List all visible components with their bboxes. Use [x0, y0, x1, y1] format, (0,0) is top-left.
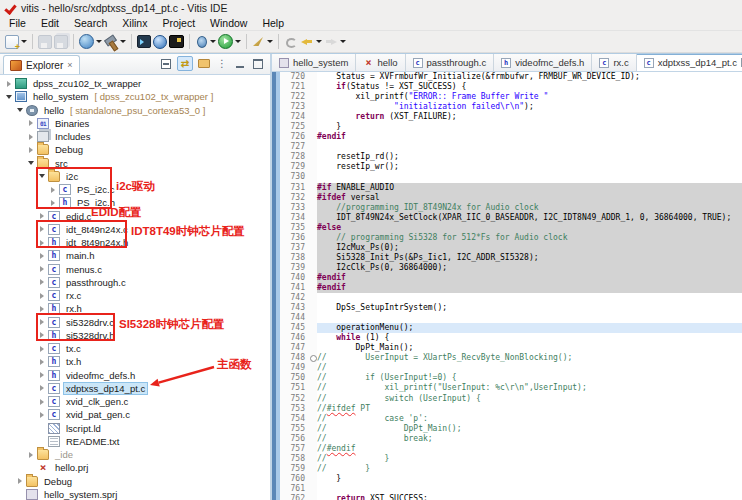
tree-item-src[interactable]: src — [0, 157, 270, 170]
line-number[interactable]: 729 — [280, 162, 309, 172]
tree-expand-arrow-icon[interactable] — [37, 412, 47, 418]
build-button[interactable] — [103, 34, 127, 50]
tree-item-hello_system[interactable]: hello_system[ dpss_zcu102_tx_wrapper ] — [0, 90, 270, 103]
tree-item-menus.c[interactable]: cmenus.c — [0, 263, 270, 276]
line-number[interactable]: 728 — [280, 152, 309, 162]
run-button[interactable] — [217, 33, 242, 50]
tree-item-main.h[interactable]: hmain.h — [0, 249, 270, 262]
menu-file[interactable]: File — [9, 17, 26, 29]
line-number[interactable]: 733 — [280, 203, 309, 213]
line-number[interactable]: 754 — [280, 414, 309, 424]
editor-tab-passthrough.c[interactable]: cpassthrough.c — [406, 54, 495, 71]
tree-item-si5328drv.h[interactable]: hsi5328drv.h — [0, 329, 270, 342]
menu-xilinx[interactable]: Xilinx — [122, 17, 147, 29]
line-number[interactable]: 724 — [280, 112, 309, 122]
tree-item-hello.prj[interactable]: ×hello.prj — [0, 461, 270, 474]
tree-expand-arrow-icon[interactable] — [4, 81, 14, 87]
tree-expand-arrow-icon[interactable] — [37, 346, 47, 352]
menu-edit[interactable]: Edit — [41, 17, 59, 29]
menu-search[interactable]: Search — [74, 17, 107, 29]
tree-item-tx.h[interactable]: htx.h — [0, 355, 270, 368]
maximize-icon[interactable] — [251, 57, 265, 70]
line-number[interactable]: 758 — [280, 454, 309, 464]
line-number[interactable]: 752 — [280, 394, 309, 404]
editor-tab-xdptxss_dp14_pt.c[interactable]: cxdptxss_dp14_pt.c× — [637, 54, 742, 71]
line-number[interactable]: 746 — [280, 333, 309, 343]
last-edit-button[interactable] — [283, 34, 299, 50]
menu-help[interactable]: Help — [262, 17, 284, 29]
line-number[interactable]: 730 — [280, 172, 309, 182]
tree-expand-arrow-icon[interactable] — [48, 187, 58, 193]
line-number[interactable]: 761 — [280, 484, 309, 494]
tree-item-videofmc_defs.h[interactable]: hvideofmc_defs.h — [0, 369, 270, 382]
tree-item-README.txt[interactable]: README.txt — [0, 435, 270, 448]
tree-item-edid.c[interactable]: cedid.c — [0, 210, 270, 223]
line-number[interactable]: 739 — [280, 263, 309, 273]
tree-item-PS_i2c.h[interactable]: hPS_i2c.h — [0, 196, 270, 209]
line-number[interactable]: 741 — [280, 283, 309, 293]
xsct-console-button[interactable] — [136, 34, 152, 49]
menu-project[interactable]: Project — [162, 17, 195, 29]
menu-window[interactable]: Window — [210, 17, 247, 29]
editor-tab-hello_system[interactable]: hello_system — [272, 54, 356, 71]
program-device-button[interactable] — [168, 34, 185, 49]
line-number[interactable]: 748 — [280, 353, 309, 363]
tree-expand-arrow-icon[interactable] — [26, 147, 36, 153]
line-number[interactable]: 742 — [280, 293, 309, 303]
line-number[interactable]: 738 — [280, 253, 309, 263]
tree-item-hello_system.sprj[interactable]: hello_system.sprj — [0, 488, 270, 500]
tree-expand-arrow-icon[interactable] — [26, 134, 36, 140]
line-number[interactable]: 749 — [280, 363, 309, 373]
line-number[interactable]: 750 — [280, 373, 309, 383]
tree-expand-arrow-icon[interactable] — [37, 266, 47, 272]
tree-item-xvid_pat_gen.c[interactable]: cxvid_pat_gen.c — [0, 408, 270, 421]
minimize-icon[interactable] — [233, 57, 247, 70]
tree-item-idt_8t49n24x.h[interactable]: hidt_8t49n24x.h — [0, 236, 270, 249]
tree-expand-arrow-icon[interactable] — [37, 332, 47, 338]
line-number[interactable]: 756 — [280, 434, 309, 444]
editor-tab-hello[interactable]: ×hello — [356, 54, 405, 71]
line-number[interactable]: 725 — [280, 122, 309, 132]
tree-item-xvid_clk_gen.c[interactable]: cxvid_clk_gen.c — [0, 395, 270, 408]
tree-item-passthrough.c[interactable]: cpassthrough.c — [0, 276, 270, 289]
tree-item-Includes[interactable]: Includes — [0, 130, 270, 143]
emulation-button[interactable] — [152, 34, 168, 50]
tree-item-Debug[interactable]: Debug — [0, 143, 270, 156]
tree-item-xdptxss_dp14_pt.c[interactable]: cxdptxss_dp14_pt.c — [0, 382, 270, 395]
tree-expand-arrow-icon[interactable] — [37, 306, 47, 312]
tree-item-PS_i2c.c[interactable]: cPS_i2c.c — [0, 183, 270, 196]
tree-expand-arrow-icon[interactable] — [37, 226, 47, 232]
line-number[interactable]: 743 — [280, 303, 309, 313]
line-number[interactable]: 723 — [280, 102, 309, 112]
link-with-editor-icon[interactable]: ⇄ — [177, 56, 193, 71]
line-number[interactable]: 747 — [280, 343, 309, 353]
tree-collapse-arrow-icon[interactable] — [26, 161, 36, 165]
tree-expand-arrow-icon[interactable] — [37, 213, 47, 219]
launch-button[interactable] — [251, 34, 274, 49]
explorer-tab-close-icon[interactable]: × — [67, 61, 72, 70]
line-number[interactable]: 720 — [280, 72, 309, 82]
tree-expand-arrow-icon[interactable] — [37, 385, 47, 391]
line-number[interactable]: 762 — [280, 494, 309, 500]
line-number[interactable]: 760 — [280, 474, 309, 484]
tree-item-i2c[interactable]: i2c — [0, 170, 270, 183]
tree-item-Binaries[interactable]: 01Binaries — [0, 117, 270, 130]
line-number[interactable]: 736 — [280, 233, 309, 243]
tree-expand-arrow-icon[interactable] — [26, 120, 36, 126]
view-menu-icon[interactable]: ⋮ — [215, 57, 229, 70]
line-number[interactable]: 759 — [280, 464, 309, 474]
line-number[interactable]: 753 — [280, 404, 309, 414]
line-number[interactable]: 727 — [280, 142, 309, 152]
tree-expand-arrow-icon[interactable] — [37, 293, 47, 299]
tree-collapse-arrow-icon[interactable] — [37, 174, 47, 178]
tree-collapse-arrow-icon[interactable] — [4, 95, 14, 99]
line-number[interactable]: 751 — [280, 383, 309, 393]
new-button[interactable] — [4, 34, 28, 50]
line-number[interactable]: 745 — [280, 323, 309, 333]
tree-expand-arrow-icon[interactable] — [37, 399, 47, 405]
line-number[interactable]: 722 — [280, 92, 309, 102]
tree-item-dpss_zcu102_tx_wrapper[interactable]: dpss_zcu102_tx_wrapper — [0, 77, 270, 90]
tree-expand-arrow-icon[interactable] — [26, 452, 36, 458]
tree-expand-arrow-icon[interactable] — [37, 319, 47, 325]
tree-expand-arrow-icon[interactable] — [37, 253, 47, 259]
